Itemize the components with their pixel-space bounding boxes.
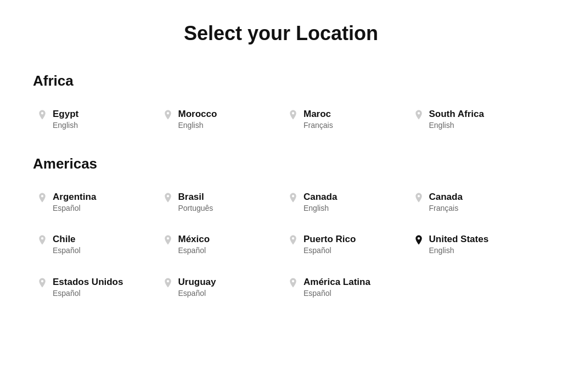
location-name-mexico: México bbox=[178, 233, 210, 245]
location-text-canada-en: CanadaEnglish bbox=[304, 191, 337, 214]
location-item-mexico[interactable]: MéxicoEspañol bbox=[159, 231, 279, 259]
region-africa: Africa EgyptEnglish MoroccoEnglish Maroc… bbox=[33, 72, 529, 133]
pin-icon bbox=[288, 234, 298, 245]
pin-icon bbox=[288, 277, 298, 288]
location-item-egypt[interactable]: EgyptEnglish bbox=[33, 106, 153, 133]
location-item-south-africa[interactable]: South AfricaEnglish bbox=[409, 106, 530, 133]
location-text-mexico: MéxicoEspañol bbox=[178, 233, 210, 256]
pin-icon bbox=[414, 192, 424, 203]
location-text-maroc: MarocFrançais bbox=[304, 108, 333, 131]
location-name-argentina: Argentina bbox=[53, 191, 96, 203]
location-text-chile: ChileEspañol bbox=[53, 233, 81, 256]
pin-icon bbox=[163, 234, 173, 245]
location-name-canada-en: Canada bbox=[304, 191, 337, 203]
location-name-morocco: Morocco bbox=[178, 108, 217, 120]
location-text-morocco: MoroccoEnglish bbox=[178, 108, 217, 131]
pin-icon bbox=[414, 109, 424, 120]
location-item-puerto-rico[interactable]: Puerto RicoEspañol bbox=[284, 231, 404, 259]
location-text-south-africa: South AfricaEnglish bbox=[429, 108, 484, 131]
location-item-estados-unidos[interactable]: Estados UnidosEspañol bbox=[33, 274, 153, 301]
location-lang-estados-unidos: Español bbox=[53, 288, 123, 299]
location-text-canada-fr: CanadaFrançais bbox=[429, 191, 463, 214]
region-heading-americas: Americas bbox=[33, 155, 529, 172]
location-lang-brasil: Português bbox=[178, 203, 213, 214]
locations-grid-africa: EgyptEnglish MoroccoEnglish MarocFrançai… bbox=[33, 106, 529, 133]
location-lang-canada-en: English bbox=[304, 203, 337, 214]
location-item-uruguay[interactable]: UruguayEspañol bbox=[159, 274, 279, 301]
location-item-united-states[interactable]: United StatesEnglish bbox=[409, 231, 530, 259]
location-item-america-latina[interactable]: América LatinaEspañol bbox=[284, 274, 404, 301]
location-name-uruguay: Uruguay bbox=[178, 276, 216, 288]
location-name-united-states: United States bbox=[429, 233, 489, 245]
location-name-puerto-rico: Puerto Rico bbox=[304, 233, 356, 245]
location-item-brasil[interactable]: BrasilPortuguês bbox=[159, 189, 279, 216]
location-lang-canada-fr: Français bbox=[429, 203, 463, 214]
location-item-canada-fr[interactable]: CanadaFrançais bbox=[409, 189, 530, 216]
location-lang-south-africa: English bbox=[429, 120, 484, 131]
location-lang-maroc: Français bbox=[304, 120, 333, 131]
location-item-chile[interactable]: ChileEspañol bbox=[33, 231, 153, 259]
pin-filled-icon bbox=[414, 234, 424, 245]
location-lang-mexico: Español bbox=[178, 245, 210, 256]
location-text-egypt: EgyptEnglish bbox=[53, 108, 78, 131]
pin-icon bbox=[163, 277, 173, 288]
location-lang-puerto-rico: Español bbox=[304, 245, 356, 256]
location-lang-chile: Español bbox=[53, 245, 81, 256]
location-name-egypt: Egypt bbox=[53, 108, 78, 120]
page-title: Select your Location bbox=[33, 22, 529, 45]
location-lang-egypt: English bbox=[53, 120, 78, 131]
location-text-uruguay: UruguayEspañol bbox=[178, 276, 216, 299]
location-lang-argentina: Español bbox=[53, 203, 96, 214]
location-item-argentina[interactable]: ArgentinaEspañol bbox=[33, 189, 153, 216]
location-lang-uruguay: Español bbox=[178, 288, 216, 299]
pin-icon bbox=[163, 109, 173, 120]
location-lang-america-latina: Español bbox=[304, 288, 370, 299]
region-heading-africa: Africa bbox=[33, 72, 529, 89]
location-text-estados-unidos: Estados UnidosEspañol bbox=[53, 276, 123, 299]
pin-icon bbox=[37, 109, 47, 120]
pin-icon bbox=[37, 192, 47, 203]
region-americas: Americas ArgentinaEspañol BrasilPortuguê… bbox=[33, 155, 529, 301]
locations-grid-americas: ArgentinaEspañol BrasilPortuguês CanadaE… bbox=[33, 189, 529, 301]
location-name-america-latina: América Latina bbox=[304, 276, 370, 288]
location-name-estados-unidos: Estados Unidos bbox=[53, 276, 123, 288]
location-name-brasil: Brasil bbox=[178, 191, 213, 203]
pin-icon bbox=[288, 109, 298, 120]
pin-icon bbox=[37, 277, 47, 288]
pin-icon bbox=[288, 192, 298, 203]
location-text-brasil: BrasilPortuguês bbox=[178, 191, 213, 214]
location-text-america-latina: América LatinaEspañol bbox=[304, 276, 370, 299]
location-item-canada-en[interactable]: CanadaEnglish bbox=[284, 189, 404, 216]
location-text-united-states: United StatesEnglish bbox=[429, 233, 489, 256]
location-name-maroc: Maroc bbox=[304, 108, 333, 120]
location-text-puerto-rico: Puerto RicoEspañol bbox=[304, 233, 356, 256]
location-name-canada-fr: Canada bbox=[429, 191, 463, 203]
location-lang-united-states: English bbox=[429, 245, 489, 256]
pin-icon bbox=[163, 192, 173, 203]
pin-icon bbox=[37, 234, 47, 245]
location-item-maroc[interactable]: MarocFrançais bbox=[284, 106, 404, 133]
location-item-morocco[interactable]: MoroccoEnglish bbox=[159, 106, 279, 133]
location-name-chile: Chile bbox=[53, 233, 81, 245]
location-name-south-africa: South Africa bbox=[429, 108, 484, 120]
location-lang-morocco: English bbox=[178, 120, 217, 131]
location-text-argentina: ArgentinaEspañol bbox=[53, 191, 96, 214]
